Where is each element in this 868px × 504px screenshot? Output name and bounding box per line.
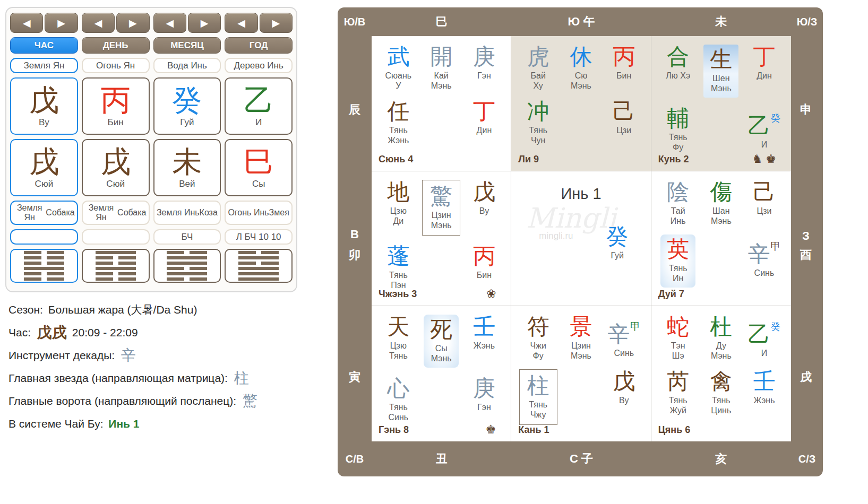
hexagram-line (24, 262, 64, 265)
stem-box-year: 乙И (225, 77, 293, 135)
extra-label-month: БЧ (153, 229, 221, 245)
stem-caption: Жэнь (753, 395, 775, 405)
tab-month[interactable]: МЕСЯЦ (153, 37, 221, 54)
hexagram-line (96, 277, 136, 281)
branch-box-year: 巳Сы (225, 139, 293, 196)
nav-next-year-button[interactable]: ▶ (260, 13, 293, 33)
stem-caption: Гэн (473, 402, 495, 412)
frame-bottom-label-0: С/В (338, 453, 372, 465)
gate-char: 傷 (710, 180, 732, 204)
hexagram-line (96, 256, 136, 259)
star-char: 任 (387, 99, 409, 124)
info-block: Сезон: Большая жара (大暑/Da Shu)Час: 戊戌20… (8, 301, 332, 438)
star-caption: ТяньЧун (527, 125, 549, 145)
stem-item: 戊Ву (473, 180, 495, 216)
deity-caption: СюаньУ (385, 71, 412, 91)
tab-day[interactable]: ДЕНЬ (82, 37, 150, 54)
hexagram-line (24, 267, 64, 270)
star-caption: ТяньФу (667, 132, 689, 152)
stem-item: 辛甲Синь (747, 234, 780, 278)
stem-item: 丁Дин (473, 99, 495, 135)
animal-label-hour: Земля ЯнСобака (10, 201, 78, 225)
stem-char: 己 (753, 180, 775, 204)
deity-char: 蛇 (667, 315, 689, 339)
stem-char: 丙 (473, 244, 495, 268)
star-item: 心ТяньСинь (387, 376, 409, 422)
tab-hour[interactable]: ЧАС (10, 37, 78, 54)
stem-name: Гуй (180, 117, 194, 128)
info-line-decade-instrument: Инструмент декады: 辛 (8, 347, 332, 364)
gate-caption: ШенМэнь (710, 73, 732, 93)
hexagram-line (24, 272, 64, 275)
elements-row: Земля ЯнОгонь ЯнВода ИньДерево Инь (10, 58, 293, 73)
branch-name: Сы (252, 179, 265, 189)
stem-item: 辛甲Синь (607, 315, 640, 358)
hexagram-line (238, 267, 279, 270)
star-caption: ТяньЧжу (527, 399, 549, 420)
palace-name-label: Гэнь 8 (379, 424, 409, 436)
hexagram-line (167, 277, 207, 281)
star-caption: ТяньЖуй (667, 395, 689, 415)
hidden-stem-char: 甲 (630, 321, 640, 332)
frame-top-label-4: Ю/З (791, 16, 823, 28)
deity-caption: ЦзюДи (387, 206, 409, 226)
info-value: Инь 1 (108, 418, 139, 430)
stem-char: 辛甲 (747, 234, 780, 266)
stem-char: 庚 (473, 376, 495, 401)
stem-caption: Цзи (613, 125, 635, 135)
palace-zhen-3: 地ЦзюДи驚ЦзинМэнь戊Ву蓬ТяньПэн丙БинЧжэнь 3❀ (372, 171, 511, 307)
palace-name-label: Кань 1 (518, 424, 549, 436)
hexagram-line (167, 267, 207, 270)
stem-box-month: 癸Гуй (153, 77, 221, 135)
stem-char: 戊 (29, 84, 59, 116)
palace-name-label: Сюнь 4 (379, 154, 413, 165)
king-icon: ♚ (766, 152, 779, 166)
control-panel: ◀▶◀▶◀▶◀▶ ЧАСДЕНЬМЕСЯЦГОД Земля ЯнОгонь Я… (5, 7, 297, 292)
stem-caption: Синь (607, 348, 640, 358)
nav-prev-month-button[interactable]: ◀ (153, 13, 186, 33)
deity-item: 符ЧжиФу (527, 315, 549, 361)
gate-caption: ШанМэнь (710, 206, 732, 226)
nav-next-hour-button[interactable]: ▶ (45, 13, 78, 33)
palace-name-label: Дуй 7 (658, 289, 684, 300)
stem-char: 戊 (473, 180, 495, 204)
nav-group-year: ◀▶ (225, 13, 293, 33)
frame-left-direction: В (345, 228, 364, 241)
deity-item: 陰ТайИнь (667, 180, 689, 226)
tab-year[interactable]: ГОД (225, 37, 293, 54)
gate-item: 休СюМэнь (570, 45, 592, 91)
stem-caption: Жэнь (473, 341, 495, 351)
nav-next-month-button[interactable]: ▶ (188, 13, 221, 33)
animal-label-day: Земля ЯнСобака (82, 201, 150, 225)
star-caption: ТяньИн (667, 263, 689, 283)
watermark-url: mingli.ru (539, 231, 616, 241)
deity-char: 地 (387, 180, 409, 204)
deity-item: 地ЦзюДи (387, 180, 409, 226)
nav-prev-day-button[interactable]: ◀ (82, 13, 115, 33)
stem-char: 癸 (172, 84, 202, 116)
stem-caption: Цзи (753, 206, 775, 216)
nav-next-day-button[interactable]: ▶ (116, 13, 149, 33)
frame-left-cjk: 卯 (345, 247, 364, 263)
star-char: 蓬 (387, 244, 409, 268)
palace-gen-8: 天ЦзюТянь死СыМэнь壬Жэнь心ТяньСинь庚ГэнГэнь 8♚ (372, 306, 511, 441)
hidden-stem-char: 癸 (770, 321, 780, 332)
frame-right-direction: З (796, 229, 815, 243)
deity-char: 陰 (667, 180, 689, 204)
branch-box-day: 戌Сюй (82, 139, 150, 196)
arrow-right-icon: ▶ (201, 17, 209, 29)
branch-name: Вей (179, 179, 195, 189)
info-label: Инструмент декады: (8, 349, 118, 361)
nav-prev-hour-button[interactable]: ◀ (10, 13, 43, 33)
star-char: 英 (667, 237, 689, 262)
palace-li-9: 虎БайХу休СюМэнь丙Бин冲ТяньЧун己ЦзиЛи 9 (511, 36, 651, 171)
king-icon: ♚ (486, 423, 500, 436)
hexagram-day (82, 249, 150, 283)
hexagram-hour (10, 249, 78, 283)
stem-item: 癸Гуй (606, 224, 629, 260)
stem-caption: И (747, 140, 780, 150)
gate-char: 開 (430, 45, 452, 69)
branch-char: 未 (172, 146, 202, 178)
hexagram-year (225, 249, 293, 283)
nav-prev-year-button[interactable]: ◀ (225, 13, 257, 33)
